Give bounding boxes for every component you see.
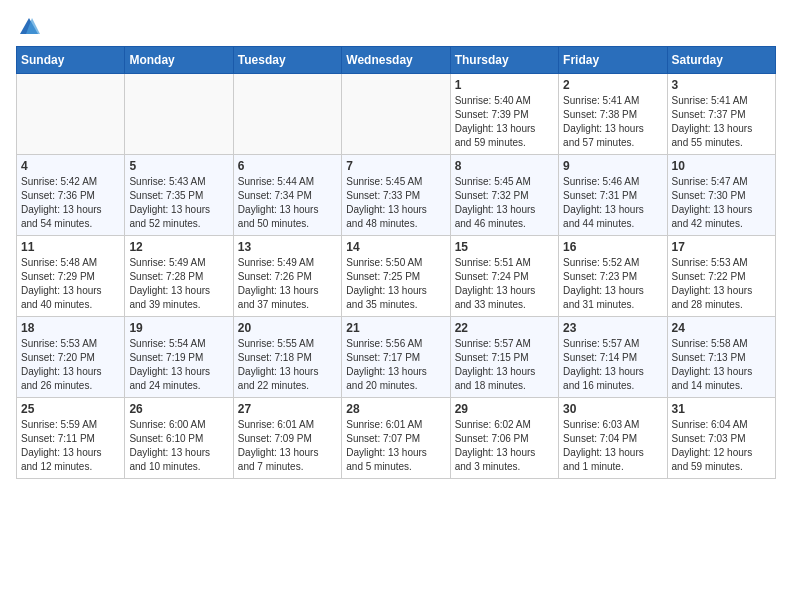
day-number: 18 [21,321,120,335]
day-number: 2 [563,78,662,92]
day-cell [233,74,341,155]
day-info: Sunrise: 6:02 AM Sunset: 7:06 PM Dayligh… [455,418,554,474]
day-number: 7 [346,159,445,173]
day-info: Sunrise: 5:52 AM Sunset: 7:23 PM Dayligh… [563,256,662,312]
day-cell: 3Sunrise: 5:41 AM Sunset: 7:37 PM Daylig… [667,74,775,155]
day-info: Sunrise: 5:53 AM Sunset: 7:20 PM Dayligh… [21,337,120,393]
day-info: Sunrise: 5:41 AM Sunset: 7:37 PM Dayligh… [672,94,771,150]
day-info: Sunrise: 5:45 AM Sunset: 7:32 PM Dayligh… [455,175,554,231]
day-cell: 11Sunrise: 5:48 AM Sunset: 7:29 PM Dayli… [17,236,125,317]
day-number: 15 [455,240,554,254]
day-number: 22 [455,321,554,335]
day-number: 24 [672,321,771,335]
day-info: Sunrise: 5:42 AM Sunset: 7:36 PM Dayligh… [21,175,120,231]
day-number: 17 [672,240,771,254]
day-number: 11 [21,240,120,254]
weekday-tuesday: Tuesday [233,47,341,74]
week-row-3: 11Sunrise: 5:48 AM Sunset: 7:29 PM Dayli… [17,236,776,317]
weekday-friday: Friday [559,47,667,74]
day-cell: 9Sunrise: 5:46 AM Sunset: 7:31 PM Daylig… [559,155,667,236]
day-cell: 10Sunrise: 5:47 AM Sunset: 7:30 PM Dayli… [667,155,775,236]
day-number: 14 [346,240,445,254]
day-cell: 25Sunrise: 5:59 AM Sunset: 7:11 PM Dayli… [17,398,125,479]
day-number: 20 [238,321,337,335]
day-cell: 28Sunrise: 6:01 AM Sunset: 7:07 PM Dayli… [342,398,450,479]
day-info: Sunrise: 5:45 AM Sunset: 7:33 PM Dayligh… [346,175,445,231]
day-number: 21 [346,321,445,335]
day-cell: 8Sunrise: 5:45 AM Sunset: 7:32 PM Daylig… [450,155,558,236]
day-number: 10 [672,159,771,173]
day-info: Sunrise: 5:48 AM Sunset: 7:29 PM Dayligh… [21,256,120,312]
day-cell: 13Sunrise: 5:49 AM Sunset: 7:26 PM Dayli… [233,236,341,317]
day-info: Sunrise: 5:46 AM Sunset: 7:31 PM Dayligh… [563,175,662,231]
day-info: Sunrise: 6:03 AM Sunset: 7:04 PM Dayligh… [563,418,662,474]
weekday-sunday: Sunday [17,47,125,74]
day-cell: 23Sunrise: 5:57 AM Sunset: 7:14 PM Dayli… [559,317,667,398]
calendar: SundayMondayTuesdayWednesdayThursdayFrid… [16,46,776,479]
day-cell: 26Sunrise: 6:00 AM Sunset: 6:10 PM Dayli… [125,398,233,479]
week-row-2: 4Sunrise: 5:42 AM Sunset: 7:36 PM Daylig… [17,155,776,236]
day-cell [125,74,233,155]
day-cell: 29Sunrise: 6:02 AM Sunset: 7:06 PM Dayli… [450,398,558,479]
day-number: 29 [455,402,554,416]
day-cell: 7Sunrise: 5:45 AM Sunset: 7:33 PM Daylig… [342,155,450,236]
weekday-wednesday: Wednesday [342,47,450,74]
day-cell: 12Sunrise: 5:49 AM Sunset: 7:28 PM Dayli… [125,236,233,317]
day-info: Sunrise: 5:43 AM Sunset: 7:35 PM Dayligh… [129,175,228,231]
day-cell [17,74,125,155]
day-info: Sunrise: 5:57 AM Sunset: 7:15 PM Dayligh… [455,337,554,393]
day-cell: 16Sunrise: 5:52 AM Sunset: 7:23 PM Dayli… [559,236,667,317]
logo-icon [18,16,40,38]
day-cell: 27Sunrise: 6:01 AM Sunset: 7:09 PM Dayli… [233,398,341,479]
day-number: 3 [672,78,771,92]
day-info: Sunrise: 6:01 AM Sunset: 7:07 PM Dayligh… [346,418,445,474]
day-info: Sunrise: 5:50 AM Sunset: 7:25 PM Dayligh… [346,256,445,312]
day-number: 8 [455,159,554,173]
day-info: Sunrise: 5:59 AM Sunset: 7:11 PM Dayligh… [21,418,120,474]
day-number: 28 [346,402,445,416]
day-info: Sunrise: 5:55 AM Sunset: 7:18 PM Dayligh… [238,337,337,393]
day-cell: 24Sunrise: 5:58 AM Sunset: 7:13 PM Dayli… [667,317,775,398]
day-info: Sunrise: 5:44 AM Sunset: 7:34 PM Dayligh… [238,175,337,231]
weekday-thursday: Thursday [450,47,558,74]
day-number: 12 [129,240,228,254]
day-number: 1 [455,78,554,92]
weekday-saturday: Saturday [667,47,775,74]
day-info: Sunrise: 5:49 AM Sunset: 7:26 PM Dayligh… [238,256,337,312]
day-cell: 21Sunrise: 5:56 AM Sunset: 7:17 PM Dayli… [342,317,450,398]
day-cell: 19Sunrise: 5:54 AM Sunset: 7:19 PM Dayli… [125,317,233,398]
day-info: Sunrise: 5:58 AM Sunset: 7:13 PM Dayligh… [672,337,771,393]
logo [16,16,42,38]
day-info: Sunrise: 5:47 AM Sunset: 7:30 PM Dayligh… [672,175,771,231]
day-number: 27 [238,402,337,416]
day-number: 4 [21,159,120,173]
day-info: Sunrise: 5:41 AM Sunset: 7:38 PM Dayligh… [563,94,662,150]
day-cell: 31Sunrise: 6:04 AM Sunset: 7:03 PM Dayli… [667,398,775,479]
header [16,16,776,38]
day-info: Sunrise: 5:57 AM Sunset: 7:14 PM Dayligh… [563,337,662,393]
day-info: Sunrise: 5:54 AM Sunset: 7:19 PM Dayligh… [129,337,228,393]
weekday-monday: Monday [125,47,233,74]
day-number: 25 [21,402,120,416]
day-cell: 14Sunrise: 5:50 AM Sunset: 7:25 PM Dayli… [342,236,450,317]
day-cell: 4Sunrise: 5:42 AM Sunset: 7:36 PM Daylig… [17,155,125,236]
day-number: 5 [129,159,228,173]
day-number: 9 [563,159,662,173]
day-info: Sunrise: 6:04 AM Sunset: 7:03 PM Dayligh… [672,418,771,474]
day-cell: 17Sunrise: 5:53 AM Sunset: 7:22 PM Dayli… [667,236,775,317]
day-info: Sunrise: 5:56 AM Sunset: 7:17 PM Dayligh… [346,337,445,393]
day-cell: 22Sunrise: 5:57 AM Sunset: 7:15 PM Dayli… [450,317,558,398]
day-number: 31 [672,402,771,416]
day-number: 19 [129,321,228,335]
week-row-4: 18Sunrise: 5:53 AM Sunset: 7:20 PM Dayli… [17,317,776,398]
day-cell: 6Sunrise: 5:44 AM Sunset: 7:34 PM Daylig… [233,155,341,236]
day-cell: 30Sunrise: 6:03 AM Sunset: 7:04 PM Dayli… [559,398,667,479]
day-cell: 18Sunrise: 5:53 AM Sunset: 7:20 PM Dayli… [17,317,125,398]
day-number: 23 [563,321,662,335]
calendar-body: 1Sunrise: 5:40 AM Sunset: 7:39 PM Daylig… [17,74,776,479]
day-info: Sunrise: 6:00 AM Sunset: 6:10 PM Dayligh… [129,418,228,474]
day-number: 26 [129,402,228,416]
day-number: 6 [238,159,337,173]
day-number: 16 [563,240,662,254]
day-info: Sunrise: 5:40 AM Sunset: 7:39 PM Dayligh… [455,94,554,150]
